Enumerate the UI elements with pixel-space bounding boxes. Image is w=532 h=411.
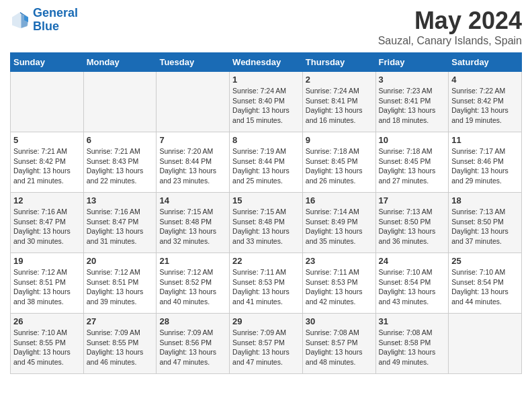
day-cell: 21Sunrise: 7:12 AM Sunset: 8:52 PM Dayli… [157, 253, 230, 314]
day-number: 19 [13, 256, 81, 266]
day-cell: 20Sunrise: 7:12 AM Sunset: 8:51 PM Dayli… [83, 253, 157, 314]
day-number: 17 [379, 195, 446, 205]
logo-line2: Blue [33, 19, 59, 33]
header-cell-friday: Friday [375, 53, 449, 72]
day-cell: 15Sunrise: 7:15 AM Sunset: 8:48 PM Dayli… [230, 193, 303, 253]
week-row-1: 1Sunrise: 7:24 AM Sunset: 8:40 PM Daylig… [11, 72, 522, 132]
day-info: Sunrise: 7:12 AM Sunset: 8:51 PM Dayligh… [87, 267, 154, 307]
day-number: 8 [232, 135, 300, 145]
day-info: Sunrise: 7:09 AM Sunset: 8:57 PM Dayligh… [232, 328, 300, 367]
day-number: 12 [13, 195, 81, 205]
header-cell-wednesday: Wednesday [230, 53, 303, 72]
day-info: Sunrise: 7:18 AM Sunset: 8:45 PM Dayligh… [306, 146, 373, 186]
header-cell-sunday: Sunday [11, 53, 84, 72]
day-info: Sunrise: 7:22 AM Sunset: 8:42 PM Dayligh… [451, 86, 519, 126]
week-row-3: 12Sunrise: 7:16 AM Sunset: 8:47 PM Dayli… [11, 193, 522, 253]
day-cell: 5Sunrise: 7:21 AM Sunset: 8:42 PM Daylig… [11, 132, 84, 193]
day-number: 18 [451, 195, 519, 205]
page: General Blue May 2024 Sauzal, Canary Isl… [0, 0, 532, 384]
day-cell: 12Sunrise: 7:16 AM Sunset: 8:47 PM Dayli… [11, 193, 84, 253]
day-cell: 23Sunrise: 7:11 AM Sunset: 8:53 PM Dayli… [302, 253, 375, 314]
header-cell-thursday: Thursday [302, 53, 375, 72]
day-number: 9 [306, 135, 373, 145]
calendar-table: SundayMondayTuesdayWednesdayThursdayFrid… [10, 52, 522, 374]
day-cell: 29Sunrise: 7:09 AM Sunset: 8:57 PM Dayli… [230, 314, 303, 374]
day-info: Sunrise: 7:09 AM Sunset: 8:56 PM Dayligh… [159, 328, 226, 367]
day-info: Sunrise: 7:21 AM Sunset: 8:42 PM Dayligh… [13, 146, 81, 186]
day-info: Sunrise: 7:15 AM Sunset: 8:48 PM Dayligh… [159, 207, 226, 246]
day-number: 10 [379, 135, 446, 145]
day-info: Sunrise: 7:23 AM Sunset: 8:41 PM Dayligh… [379, 86, 446, 126]
day-cell: 11Sunrise: 7:17 AM Sunset: 8:46 PM Dayli… [449, 132, 522, 193]
day-cell: 30Sunrise: 7:08 AM Sunset: 8:57 PM Dayli… [302, 314, 375, 374]
day-cell: 3Sunrise: 7:23 AM Sunset: 8:41 PM Daylig… [375, 72, 449, 132]
header-cell-tuesday: Tuesday [157, 53, 230, 72]
day-number: 24 [379, 256, 446, 266]
day-info: Sunrise: 7:10 AM Sunset: 8:55 PM Dayligh… [13, 328, 81, 367]
day-info: Sunrise: 7:13 AM Sunset: 8:50 PM Dayligh… [451, 207, 519, 246]
day-number: 23 [306, 256, 373, 266]
day-number: 1 [232, 75, 300, 85]
calendar-header: SundayMondayTuesdayWednesdayThursdayFrid… [11, 53, 522, 72]
day-number: 26 [13, 316, 81, 326]
day-number: 15 [232, 195, 300, 205]
day-info: Sunrise: 7:16 AM Sunset: 8:47 PM Dayligh… [87, 207, 154, 246]
day-cell [449, 314, 522, 374]
day-cell: 26Sunrise: 7:10 AM Sunset: 8:55 PM Dayli… [11, 314, 84, 374]
logo: General Blue [10, 7, 78, 34]
day-info: Sunrise: 7:24 AM Sunset: 8:40 PM Dayligh… [232, 86, 300, 126]
day-number: 28 [159, 316, 226, 326]
day-number: 3 [379, 75, 446, 85]
day-cell: 17Sunrise: 7:13 AM Sunset: 8:50 PM Dayli… [375, 193, 449, 253]
day-number: 11 [451, 135, 519, 145]
day-cell: 22Sunrise: 7:11 AM Sunset: 8:53 PM Dayli… [230, 253, 303, 314]
main-title: May 2024 [378, 7, 522, 35]
day-number: 31 [379, 316, 446, 326]
day-info: Sunrise: 7:08 AM Sunset: 8:58 PM Dayligh… [379, 328, 446, 367]
header-cell-monday: Monday [83, 53, 157, 72]
day-info: Sunrise: 7:18 AM Sunset: 8:45 PM Dayligh… [379, 146, 446, 186]
day-number: 4 [451, 75, 519, 85]
day-info: Sunrise: 7:12 AM Sunset: 8:51 PM Dayligh… [13, 267, 81, 307]
day-cell: 31Sunrise: 7:08 AM Sunset: 8:58 PM Dayli… [375, 314, 449, 374]
day-info: Sunrise: 7:10 AM Sunset: 8:54 PM Dayligh… [379, 267, 446, 307]
day-cell: 9Sunrise: 7:18 AM Sunset: 8:45 PM Daylig… [302, 132, 375, 193]
calendar-body: 1Sunrise: 7:24 AM Sunset: 8:40 PM Daylig… [11, 72, 522, 374]
day-info: Sunrise: 7:10 AM Sunset: 8:54 PM Dayligh… [451, 267, 519, 307]
day-cell: 4Sunrise: 7:22 AM Sunset: 8:42 PM Daylig… [449, 72, 522, 132]
week-row-5: 26Sunrise: 7:10 AM Sunset: 8:55 PM Dayli… [11, 314, 522, 374]
day-cell: 7Sunrise: 7:20 AM Sunset: 8:44 PM Daylig… [157, 132, 230, 193]
day-info: Sunrise: 7:17 AM Sunset: 8:46 PM Dayligh… [451, 146, 519, 186]
title-block: May 2024 Sauzal, Canary Islands, Spain [378, 7, 522, 47]
day-number: 5 [13, 135, 81, 145]
day-cell: 1Sunrise: 7:24 AM Sunset: 8:40 PM Daylig… [230, 72, 303, 132]
day-info: Sunrise: 7:13 AM Sunset: 8:50 PM Dayligh… [379, 207, 446, 246]
day-cell [11, 72, 84, 132]
logo-icon [10, 10, 30, 30]
day-number: 6 [87, 135, 154, 145]
day-cell: 13Sunrise: 7:16 AM Sunset: 8:47 PM Dayli… [83, 193, 157, 253]
day-number: 7 [159, 135, 226, 145]
subtitle: Sauzal, Canary Islands, Spain [378, 35, 522, 47]
day-number: 16 [306, 195, 373, 205]
day-number: 27 [87, 316, 154, 326]
week-row-2: 5Sunrise: 7:21 AM Sunset: 8:42 PM Daylig… [11, 132, 522, 193]
day-info: Sunrise: 7:16 AM Sunset: 8:47 PM Dayligh… [13, 207, 81, 246]
day-cell: 8Sunrise: 7:19 AM Sunset: 8:44 PM Daylig… [230, 132, 303, 193]
day-cell [83, 72, 157, 132]
day-cell: 25Sunrise: 7:10 AM Sunset: 8:54 PM Dayli… [449, 253, 522, 314]
day-number: 13 [87, 195, 154, 205]
day-info: Sunrise: 7:21 AM Sunset: 8:43 PM Dayligh… [87, 146, 154, 186]
day-info: Sunrise: 7:20 AM Sunset: 8:44 PM Dayligh… [159, 146, 226, 186]
day-number: 20 [87, 256, 154, 266]
day-info: Sunrise: 7:12 AM Sunset: 8:52 PM Dayligh… [159, 267, 226, 307]
day-number: 29 [232, 316, 300, 326]
day-cell: 16Sunrise: 7:14 AM Sunset: 8:49 PM Dayli… [302, 193, 375, 253]
header: General Blue May 2024 Sauzal, Canary Isl… [10, 7, 522, 47]
day-cell: 24Sunrise: 7:10 AM Sunset: 8:54 PM Dayli… [375, 253, 449, 314]
day-number: 22 [232, 256, 300, 266]
day-number: 25 [451, 256, 519, 266]
day-cell: 2Sunrise: 7:24 AM Sunset: 8:41 PM Daylig… [302, 72, 375, 132]
day-info: Sunrise: 7:09 AM Sunset: 8:55 PM Dayligh… [87, 328, 154, 367]
week-row-4: 19Sunrise: 7:12 AM Sunset: 8:51 PM Dayli… [11, 253, 522, 314]
